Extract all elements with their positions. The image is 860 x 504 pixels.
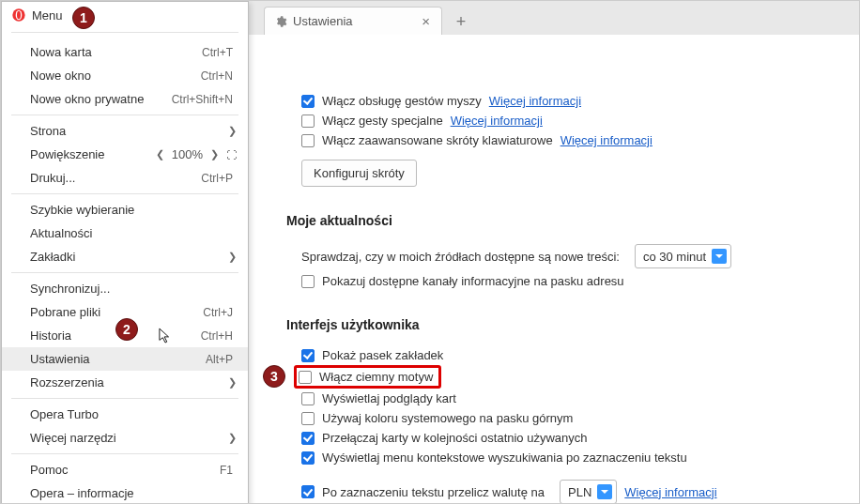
fullscreen-icon[interactable]: ⛶ [226,149,237,160]
section-heading: Moje aktualności [286,213,831,228]
cursor-icon [159,328,172,344]
row-label: Włącz gesty specjalne [322,114,443,128]
menu-separator [11,398,238,399]
checkbox-icon[interactable] [301,95,315,108]
tab-settings[interactable]: Ustawienia × [264,7,442,35]
row-label: Wyświetlaj menu kontekstowe wyszukiwania… [322,451,687,465]
row-show-channels[interactable]: Pokazuj dostępne kanały informacyjne na … [292,271,831,291]
zoom-out-icon[interactable]: ❮ [156,148,164,160]
menu-item-page[interactable]: Strona ❯ [2,119,248,143]
chevron-down-icon [712,249,727,264]
tab-title: Ustawienia [293,14,414,28]
section-news: Moje aktualności Sprawdzaj, czy w moich … [286,213,831,291]
more-info-link[interactable]: Więcej informacji [489,94,581,108]
menu-item-shortcut: Alt+P [206,353,233,366]
menu-item-print[interactable]: Drukuj... Ctrl+P [2,166,248,190]
section-gestures: Włącz obsługę gestów myszy Więcej inform… [286,91,831,187]
menu-item-label: Strona [30,124,66,138]
row-special-gestures[interactable]: Włącz gesty specjalne Więcej informacji [292,111,831,130]
menu-item-label: Szybkie wybieranie [30,203,134,217]
row-system-color[interactable]: Używaj koloru systemowego na pasku górny… [292,408,831,428]
checkbox-icon[interactable] [301,134,315,147]
select-value: co 30 minut [643,250,706,264]
menu-separator [11,272,238,273]
row-label: Przełączaj karty w kolejności ostatnio u… [322,431,588,445]
section-ui: Interfejs użytkownika Pokaż pasek zakład… [286,317,831,503]
row-label: Po zaznaczeniu tekstu przelicz walutę na [322,485,545,499]
menu-item-help[interactable]: Pomoc F1 [2,458,248,481]
menu-item-new-window[interactable]: Nowe okno Ctrl+N [2,64,248,87]
select-value: PLN [568,485,591,499]
checkbox-icon[interactable] [299,371,312,384]
row-context-search[interactable]: Wyświetlaj menu kontekstowe wyszukiwania… [292,448,831,467]
opera-logo-icon [11,8,26,23]
menu-item-shortcut: Ctrl+P [201,172,233,185]
menu-item-label: Zakładki [30,250,75,264]
row-mouse-gestures[interactable]: Włącz obsługę gestów myszy Więcej inform… [292,91,831,111]
menu-item-bookmarks[interactable]: Zakładki ❯ [2,245,248,268]
menu-item-shortcut: Ctrl+T [202,46,233,59]
menu-item-label: Pomoc [30,463,68,477]
menu-item-label: Aktualności [30,226,92,240]
row-tab-previews[interactable]: Wyświetlaj podglądy kart [292,389,831,408]
chevron-right-icon: ❯ [228,125,237,137]
zoom-in-icon[interactable]: ❯ [210,148,219,160]
menu-item-label: Drukuj... [30,171,75,185]
row-advanced-shortcuts[interactable]: Włącz zaawansowane skróty klawiaturowe W… [292,130,831,150]
menu-item-shortcut: Ctrl+J [203,306,233,319]
row-label: Włącz zaawansowane skróty klawiaturowe [322,133,553,147]
annotation-badge-1: 1 [72,7,95,29]
row-label: Włącz obsługę gestów myszy [322,94,482,108]
menu-item-new-private[interactable]: Nowe okno prywatne Ctrl+Shift+N [2,87,248,111]
currency-select[interactable]: PLN [560,480,617,503]
checkbox-icon[interactable] [301,412,315,425]
chevron-right-icon: ❯ [228,251,237,263]
highlight-dark-theme: Włącz ciemny motyw [294,365,441,389]
menu-item-more-tools[interactable]: Więcej narzędzi ❯ [2,426,248,450]
menu-item-new-tab[interactable]: Nowa karta Ctrl+T [2,40,248,64]
row-currency[interactable]: Po zaznaczeniu tekstu przelicz walutę na… [292,477,831,503]
svg-point-2 [17,11,21,20]
row-label: Pokaż pasek zakładek [322,348,443,362]
more-info-link[interactable]: Więcej informacji [451,114,543,128]
menu-item-label: Opera Turbo [30,407,99,421]
tab-close-icon[interactable]: × [420,13,432,29]
row-recent-tabs[interactable]: Przełączaj karty w kolejności ostatnio u… [292,428,831,448]
more-info-link[interactable]: Więcej informacji [561,133,653,147]
menu-separator [11,32,238,33]
more-info-link[interactable]: Więcej informacji [624,485,716,499]
menu-item-label: Nowe okno [30,69,91,83]
menu-item-news[interactable]: Aktualności [2,221,248,245]
menu-item-about[interactable]: Opera – informacje [2,481,248,504]
menu-item-shortcut: Ctrl+Shift+N [172,93,233,106]
main-menu-panel: Menu Nowa karta Ctrl+T Nowe okno Ctrl+N … [1,1,249,504]
menu-item-label: Pobrane pliki [30,305,100,319]
menu-item-label: Powiększenie [30,147,105,161]
checkbox-icon[interactable] [301,275,315,288]
checkbox-icon[interactable] [301,392,315,405]
menu-item-speed-dial[interactable]: Szybkie wybieranie [2,198,248,221]
menu-item-extensions[interactable]: Rozszerzenia ❯ [2,371,248,394]
checkbox-icon[interactable] [301,432,315,445]
row-bookmarks-bar[interactable]: Pokaż pasek zakładek [292,345,831,365]
new-tab-button[interactable]: + [448,8,474,35]
menu-item-zoom[interactable]: Powiększenie ❮ 100% ❯ ⛶ [2,143,248,166]
menu-item-settings[interactable]: Ustawienia Alt+P [2,347,248,371]
chevron-right-icon: ❯ [228,376,237,389]
chevron-down-icon [597,484,612,499]
menu-item-label: Opera – informacje [30,486,134,500]
menu-item-label: Historia [30,328,71,343]
configure-shortcuts-button[interactable]: Konfiguruj skróty [301,160,417,187]
menu-header[interactable]: Menu [2,2,248,28]
checkbox-icon[interactable] [301,451,315,465]
checkbox-icon[interactable] [301,115,315,128]
menu-item-sync[interactable]: Synchronizuj... [2,277,248,300]
interval-select[interactable]: co 30 minut [635,244,731,268]
menu-item-turbo[interactable]: Opera Turbo [2,403,248,426]
row-label: Używaj koloru systemowego na pasku górny… [322,411,573,425]
checkbox-icon[interactable] [301,485,315,498]
menu-item-label: Nowa karta [30,45,92,59]
menu-item-shortcut: F1 [220,464,233,477]
row-label: Wyświetlaj podglądy kart [322,391,456,405]
checkbox-icon[interactable] [301,349,315,362]
